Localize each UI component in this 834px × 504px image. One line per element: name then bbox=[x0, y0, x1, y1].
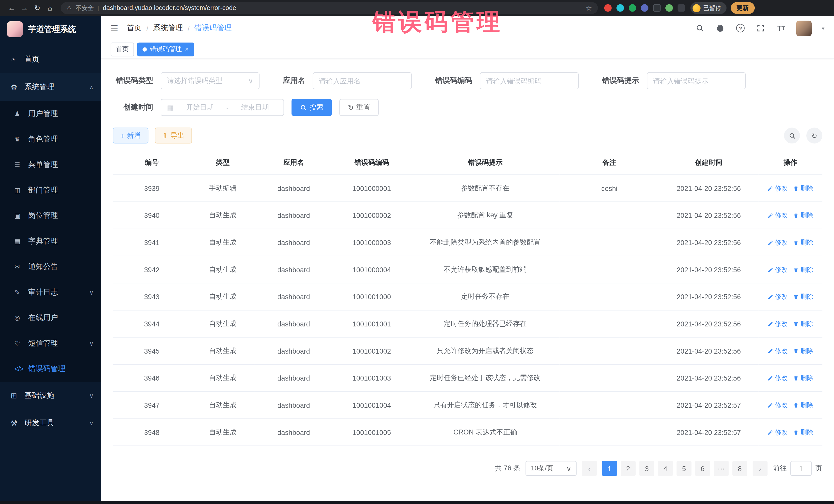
sidebar-subitem[interactable]: ♡ 短信管理 ∨ bbox=[0, 331, 101, 356]
breadcrumb-home[interactable]: 首页 bbox=[127, 23, 142, 33]
browser-back-icon[interactable]: ← bbox=[5, 4, 18, 12]
sidebar-subitem[interactable]: ♛ 角色管理 bbox=[0, 127, 101, 152]
sidebar-item-infrastructure[interactable]: ⊞ 基础设施 ∨ bbox=[0, 381, 101, 409]
sidebar-item-home[interactable]: ◔ 首页 bbox=[0, 46, 101, 73]
delete-link[interactable]: 删除 bbox=[793, 238, 813, 247]
delete-link[interactable]: 删除 bbox=[793, 346, 813, 355]
refresh-table-button[interactable]: ↻ bbox=[806, 128, 822, 144]
delete-link[interactable]: 删除 bbox=[793, 292, 813, 301]
tab-tag[interactable]: 错误码管理 × bbox=[137, 42, 194, 56]
github-icon[interactable] bbox=[716, 23, 725, 33]
delete-link[interactable]: 删除 bbox=[793, 428, 813, 437]
browser-update-button[interactable]: 更新 bbox=[730, 2, 754, 14]
extension-green-check-icon[interactable] bbox=[629, 4, 636, 12]
app-name-input[interactable] bbox=[319, 77, 405, 85]
sidebar-subitem[interactable]: ✎ 审计日志 ∨ bbox=[0, 280, 101, 305]
edit-link[interactable]: 修改 bbox=[768, 373, 788, 382]
error-code-table: 编号类型应用名错误码编码错误码提示备注创建时间操作 3939 手动编辑 dash… bbox=[113, 151, 822, 446]
edit-link[interactable]: 修改 bbox=[768, 400, 788, 410]
delete-link[interactable]: 删除 bbox=[793, 184, 813, 193]
fullscreen-icon[interactable] bbox=[756, 23, 766, 33]
page-button[interactable]: 5 bbox=[676, 461, 691, 476]
page-size-select[interactable]: 10条/页 ∨ bbox=[526, 461, 577, 476]
sidebar-subitem[interactable]: ◎ 在线用户 bbox=[0, 305, 101, 330]
sidebar-subitem[interactable]: ▣ 岗位管理 bbox=[0, 203, 101, 228]
extension-teal-icon[interactable] bbox=[616, 4, 624, 12]
sidebar-subitem[interactable]: </> 错误码管理 bbox=[0, 356, 101, 381]
sidebar-subitem-label: 岗位管理 bbox=[28, 211, 58, 220]
breadcrumb-system[interactable]: 系统管理 bbox=[153, 23, 183, 33]
extension-dark-icon[interactable] bbox=[653, 4, 660, 12]
page-button[interactable]: 3 bbox=[639, 461, 654, 476]
filter-create-time: 创建时间 ▦ 开始日期 - 结束日期 bbox=[113, 99, 284, 116]
remark-cell bbox=[560, 202, 659, 229]
sidebar-item-system[interactable]: ⚙ 系统管理 ∧ bbox=[0, 73, 101, 101]
add-button[interactable]: + 新增 bbox=[113, 128, 148, 144]
date-range-picker[interactable]: ▦ 开始日期 - 结束日期 bbox=[161, 99, 284, 116]
sidebar-subitem[interactable]: ▤ 字典管理 bbox=[0, 229, 101, 254]
edit-link[interactable]: 修改 bbox=[768, 319, 788, 328]
sidebar-subitem[interactable]: ◫ 部门管理 bbox=[0, 178, 101, 203]
prev-page-button[interactable]: ‹ bbox=[582, 461, 597, 476]
delete-link[interactable]: 删除 bbox=[793, 319, 813, 328]
edit-link[interactable]: 修改 bbox=[768, 346, 788, 355]
help-icon[interactable]: ? bbox=[736, 23, 745, 33]
search-icon[interactable] bbox=[695, 23, 705, 33]
sidebar-item-devtools[interactable]: ⚒ 研发工具 ∨ bbox=[0, 409, 101, 437]
error-message-input[interactable] bbox=[653, 77, 739, 85]
edit-link[interactable]: 修改 bbox=[768, 211, 788, 220]
page-button[interactable]: 1 bbox=[602, 461, 617, 476]
extension-leaf-icon[interactable] bbox=[665, 4, 673, 12]
tab-tag[interactable]: 首页 bbox=[111, 42, 134, 56]
page-button[interactable]: 6 bbox=[695, 461, 710, 476]
hamburger-icon[interactable]: ☰ bbox=[111, 23, 118, 33]
caret-down-icon[interactable]: ▾ bbox=[822, 25, 824, 31]
browser-reload-icon[interactable]: ↻ bbox=[31, 4, 44, 12]
table-row: 3942 自动生成 dashboard 1001000004 不允许获取敏感配置… bbox=[113, 256, 822, 283]
app-logo[interactable]: 芋道管理系统 bbox=[0, 16, 101, 43]
type-cell: 手动编辑 bbox=[191, 175, 255, 202]
edit-link[interactable]: 修改 bbox=[768, 238, 788, 247]
breadcrumb-current: 错误码管理 bbox=[195, 23, 232, 33]
close-icon[interactable]: × bbox=[185, 46, 189, 52]
reset-button[interactable]: ↻ 重置 bbox=[339, 99, 378, 116]
extension-pin-icon[interactable] bbox=[678, 4, 685, 12]
address-bar[interactable]: ⚠ 不安全 | dashboard.yudao.iocoder.cn/syste… bbox=[61, 2, 598, 14]
edit-link[interactable]: 修改 bbox=[768, 184, 788, 193]
edit-link[interactable]: 修改 bbox=[768, 428, 788, 437]
user-avatar[interactable] bbox=[796, 21, 812, 36]
delete-link[interactable]: 删除 bbox=[793, 373, 813, 382]
edit-link[interactable]: 修改 bbox=[768, 265, 788, 274]
font-size-icon[interactable]: TT bbox=[776, 23, 786, 33]
page-button[interactable]: 2 bbox=[621, 461, 636, 476]
app-title: 芋道管理系统 bbox=[28, 24, 76, 34]
next-page-button[interactable]: › bbox=[753, 461, 768, 476]
page-button[interactable]: 8 bbox=[732, 461, 747, 476]
code-cell: 1001000001 bbox=[333, 175, 411, 202]
extension-grid-icon[interactable] bbox=[641, 4, 649, 12]
error-type-select[interactable]: 请选择错误码类型 ∨ bbox=[161, 72, 260, 89]
goto-page-input[interactable] bbox=[790, 461, 812, 476]
show-search-button[interactable] bbox=[784, 128, 800, 144]
column-header: 应用名 bbox=[255, 151, 333, 175]
column-header: 类型 bbox=[191, 151, 255, 175]
delete-link[interactable]: 删除 bbox=[793, 400, 813, 410]
extension-red-icon[interactable] bbox=[604, 4, 612, 12]
error-code-field bbox=[480, 72, 579, 89]
error-code-input[interactable] bbox=[486, 77, 572, 85]
sidebar-subitem[interactable]: ✉ 通知公告 bbox=[0, 254, 101, 280]
delete-link[interactable]: 删除 bbox=[793, 265, 813, 274]
sidebar-subitem[interactable]: ♟ 用户管理 bbox=[0, 101, 101, 127]
browser-home-icon[interactable]: ⌂ bbox=[44, 4, 57, 12]
export-button[interactable]: ⇩ 导出 bbox=[154, 128, 192, 144]
search-button[interactable]: 搜索 bbox=[291, 99, 332, 116]
profile-avatar-icon bbox=[693, 4, 701, 12]
page-button[interactable]: 4 bbox=[658, 461, 673, 476]
edit-link[interactable]: 修改 bbox=[768, 292, 788, 301]
browser-forward-icon[interactable]: → bbox=[18, 4, 31, 12]
profile-paused-badge[interactable]: 已暂停 bbox=[690, 2, 726, 14]
sidebar-subitem[interactable]: ☰ 菜单管理 bbox=[0, 152, 101, 178]
page-button[interactable]: ⋯ bbox=[714, 461, 729, 476]
bookmark-star-icon[interactable]: ☆ bbox=[586, 4, 592, 12]
delete-link[interactable]: 删除 bbox=[793, 211, 813, 220]
